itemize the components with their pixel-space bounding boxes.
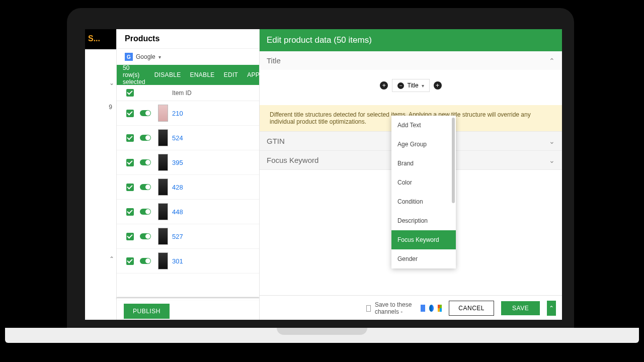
product-thumb (158, 178, 168, 196)
chip-label: Title (407, 82, 418, 89)
save-more-button[interactable]: ⌃ (547, 301, 556, 316)
add-before-button[interactable]: + (380, 81, 388, 89)
table-row[interactable]: 210 (117, 101, 259, 126)
chevron-up-icon: ⌃ (549, 57, 555, 65)
table-row[interactable]: 395 (117, 150, 259, 175)
section-title-label: Title (267, 56, 281, 65)
google-icon (421, 305, 425, 312)
disable-button[interactable]: DISABLE (154, 71, 181, 78)
item-id-link[interactable]: 527 (172, 233, 183, 240)
title-field-dropdown[interactable]: Add TextAge GroupBrandColorConditionDesc… (391, 116, 456, 268)
row-checkbox[interactable] (126, 110, 134, 117)
item-id-link[interactable]: 210 (172, 110, 183, 117)
save-channels-checkbox[interactable] (366, 305, 371, 312)
dropdown-item[interactable]: Add Text (391, 116, 456, 135)
row-toggle[interactable] (140, 159, 151, 165)
page-title: Products (117, 29, 259, 49)
title-builder: + − Title ▾ + (260, 70, 562, 105)
products-pane: Products G Google ▾ 50 row(s) selected D… (116, 29, 259, 321)
left-nav-body: ⌄ 9 ⌃ ⌄ (85, 49, 116, 321)
table-row[interactable]: 301 (117, 249, 259, 274)
row-toggle[interactable] (140, 110, 151, 116)
dropdown-item[interactable]: Gender (391, 249, 456, 268)
row-checkbox[interactable] (126, 233, 134, 240)
meta-icon (429, 305, 434, 312)
table-row[interactable]: 524 (117, 126, 259, 150)
row-checkbox[interactable] (126, 134, 134, 142)
table-header: Item ID (117, 85, 259, 101)
chevron-up-icon[interactable]: ⌃ (109, 255, 114, 262)
row-checkbox[interactable] (126, 159, 134, 166)
dropdown-item[interactable]: Focus Keyword (391, 230, 456, 249)
save-channels: Save to these channels - (366, 301, 442, 315)
item-id-link[interactable]: 395 (172, 159, 183, 166)
dropdown-item[interactable]: Description (391, 211, 456, 230)
table-row[interactable]: 527 (117, 224, 259, 249)
row-checkbox[interactable] (126, 208, 134, 216)
product-thumb (158, 129, 168, 146)
product-thumb (158, 105, 168, 122)
product-thumb (158, 154, 168, 171)
approve-button[interactable]: APP (247, 71, 260, 78)
table-row[interactable]: 428 (117, 175, 259, 200)
brand-fragment: S... (85, 29, 116, 48)
row-toggle[interactable] (140, 258, 151, 264)
row-toggle[interactable] (140, 184, 151, 190)
product-thumb (158, 228, 168, 245)
dropdown-item[interactable]: Condition (391, 192, 456, 211)
left-nav: S... ⌄ 9 ⌃ ⌄ (85, 29, 116, 321)
channel-selector[interactable]: G Google ▾ (117, 49, 259, 65)
publish-button[interactable]: PUBLISH (124, 304, 170, 319)
item-id-link[interactable]: 448 (172, 208, 183, 216)
microsoft-icon (438, 305, 442, 312)
section-title-header[interactable]: Title ⌃ (260, 51, 562, 70)
google-icon: G (125, 53, 133, 61)
row-checkbox[interactable] (126, 184, 134, 191)
title-chip[interactable]: − Title ▾ (392, 79, 429, 92)
caret-down-icon: ▾ (158, 54, 161, 60)
product-thumb (158, 203, 168, 220)
dropdown-item[interactable]: Color (391, 173, 456, 192)
edit-panel: Edit product data (50 items) Title ⌃ + −… (259, 29, 562, 321)
product-thumb (158, 252, 168, 269)
caret-down-icon: ▾ (422, 83, 424, 88)
row-checkbox[interactable] (126, 257, 134, 265)
sidebar-badge: 9 (109, 104, 112, 111)
bulk-toolbar: 50 row(s) selected DISABLE ENABLE EDIT A… (117, 65, 259, 85)
enable-button[interactable]: ENABLE (190, 71, 215, 78)
section-gtin-label: GTIN (267, 137, 285, 145)
dropdown-item[interactable]: Brand (391, 154, 456, 173)
chevron-down-icon: ⌄ (549, 156, 555, 164)
chevron-down-icon: ⌄ (549, 137, 555, 145)
select-all-checkbox[interactable] (126, 89, 134, 97)
edit-button[interactable]: EDIT (224, 71, 238, 78)
add-after-button[interactable]: + (434, 81, 442, 89)
item-id-link[interactable]: 301 (172, 257, 183, 265)
divider (117, 298, 259, 300)
channel-label: Google (136, 53, 155, 60)
product-rows: 210524395428448527301 (117, 101, 259, 274)
section-focus-label: Focus Keyword (267, 156, 318, 164)
table-row[interactable]: 448 (117, 200, 259, 224)
panel-footer: Save to these channels - CANCEL SAVE ⌃ (260, 295, 562, 321)
save-channels-label: Save to these channels - (375, 301, 417, 315)
save-button[interactable]: SAVE (501, 301, 540, 315)
laptop-notch (277, 328, 367, 335)
item-id-link[interactable]: 428 (172, 184, 183, 191)
selection-count: 50 row(s) selected (123, 64, 145, 85)
panel-title: Edit product data (50 items) (260, 29, 562, 51)
row-toggle[interactable] (140, 135, 151, 141)
dropdown-item[interactable]: Age Group (391, 135, 456, 154)
item-id-link[interactable]: 524 (172, 134, 183, 142)
cancel-button[interactable]: CANCEL (449, 301, 494, 316)
chevron-down-icon[interactable]: ⌄ (109, 79, 114, 86)
column-item-id[interactable]: Item ID (172, 89, 253, 97)
remove-chip-icon[interactable]: − (397, 82, 404, 89)
row-toggle[interactable] (140, 233, 151, 239)
row-toggle[interactable] (140, 209, 151, 215)
